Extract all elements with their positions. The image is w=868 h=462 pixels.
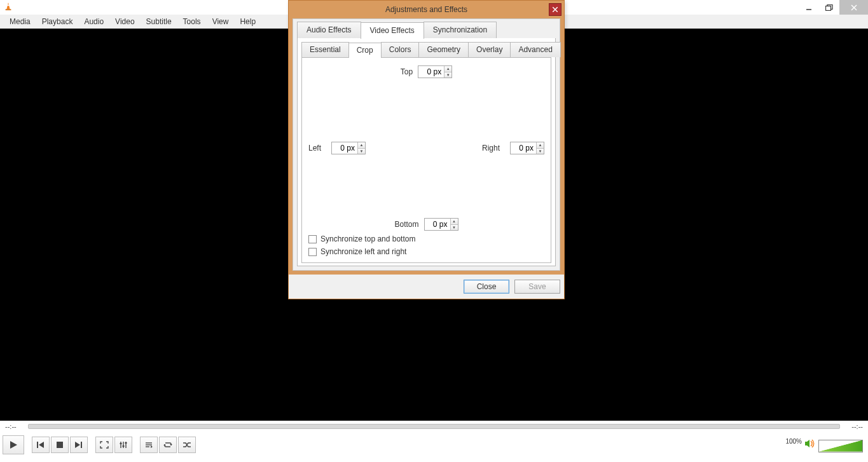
seek-row: --:-- --:-- [0,421,868,432]
svg-rect-11 [57,442,63,448]
crop-left-spinner[interactable]: ▲▼ [331,142,366,154]
fullscreen-button[interactable] [95,437,113,453]
playlist-button[interactable] [140,437,158,453]
subtab-advanced[interactable]: Advanced [510,42,560,57]
extended-settings-button[interactable] [114,437,132,453]
svg-rect-19 [125,442,127,444]
loop-button[interactable] [159,437,177,453]
menu-view[interactable]: View [207,16,235,27]
dialog-close-action[interactable]: Close [464,280,509,294]
sync-left-right-label: Synchronize left and right [320,247,406,256]
crop-bottom-spinner[interactable]: ▲▼ [424,218,458,231]
svg-marker-25 [163,444,166,445]
svg-marker-26 [805,440,809,447]
crop-top-label: Top [401,67,413,76]
subtab-colors[interactable]: Colors [381,42,420,57]
window-close-button[interactable] [839,0,868,15]
crop-bottom-input[interactable] [425,219,450,230]
svg-rect-9 [37,442,38,448]
stop-button[interactable] [51,437,69,453]
svg-marker-10 [39,442,44,448]
tab-synchronization[interactable]: Synchronization [424,22,497,38]
dialog-titlebar[interactable]: Adjustments and Effects [289,1,564,18]
subtab-overlay[interactable]: Overlay [468,42,511,57]
svg-rect-2 [6,9,11,10]
svg-rect-5 [826,6,831,10]
menu-help[interactable]: Help [234,16,261,27]
svg-marker-12 [75,442,80,448]
dialog-close-button[interactable] [549,3,561,16]
crop-top-input[interactable] [418,66,444,78]
menu-subtitle[interactable]: Subtitle [141,16,177,27]
menu-audio[interactable]: Audio [78,16,109,27]
sync-left-right-checkbox[interactable] [308,248,317,256]
crop-left-input[interactable] [332,142,357,154]
vlc-cone-icon [4,2,13,13]
subtab-crop[interactable]: Crop [348,43,382,58]
sync-top-bottom-label: Synchronize top and bottom [320,234,415,243]
svg-rect-13 [81,442,82,448]
maximize-button[interactable] [819,0,839,15]
play-button[interactable] [3,435,24,454]
crop-right-spinner[interactable]: ▲▼ [510,142,544,154]
svg-marker-24 [170,444,172,445]
subtab-geometry[interactable]: Geometry [418,42,469,57]
tab-audio-effects[interactable]: Audio Effects [297,22,361,38]
crop-bottom-label: Bottom [394,220,418,229]
crop-top-spinner[interactable]: ▲▼ [418,65,452,78]
previous-button[interactable] [32,437,50,453]
menu-video[interactable]: Video [109,16,140,27]
svg-marker-23 [151,445,153,448]
crop-right-input[interactable] [511,142,536,154]
menu-playback[interactable]: Playback [36,16,79,27]
svg-rect-1 [7,4,10,6]
subtab-essential[interactable]: Essential [301,42,349,57]
dialog-title: Adjustments and Effects [385,5,467,14]
tab-video-effects[interactable]: Video Effects [361,22,424,39]
volume-label: 100% [785,438,802,445]
sync-top-bottom-checkbox[interactable] [308,235,317,243]
svg-rect-18 [123,445,125,447]
playback-controls: 100% [0,432,868,458]
svg-marker-8 [10,441,17,449]
volume-slider[interactable] [818,440,863,452]
shuffle-button[interactable] [178,437,196,453]
menu-media[interactable]: Media [4,16,36,27]
crop-right-label: Right [482,144,500,153]
crop-panel: Top ▲▼ Left ▲▼ Right [301,57,551,263]
crop-left-label: Left [308,144,321,153]
time-elapsed: --:-- [5,423,24,430]
speaker-icon[interactable] [804,438,816,451]
time-total: --:-- [844,423,863,430]
adjustments-effects-dialog: Adjustments and Effects Audio Effects Vi… [288,0,565,299]
seek-slider[interactable] [28,424,840,429]
minimize-button[interactable] [799,0,819,15]
dialog-save-action[interactable]: Save [514,280,560,294]
menu-tools[interactable]: Tools [177,16,207,27]
next-button[interactable] [70,437,88,453]
svg-rect-17 [120,443,122,444]
